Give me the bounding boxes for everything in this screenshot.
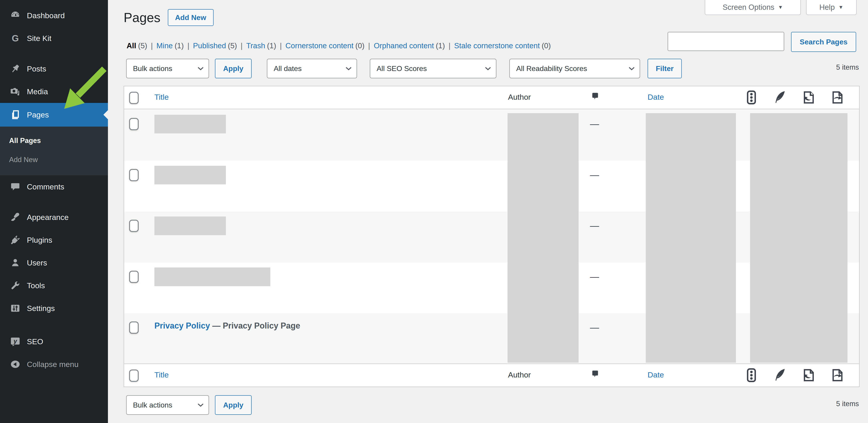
comments-icon [10, 182, 21, 192]
filter-all-link[interactable]: All [127, 41, 136, 50]
pin-icon [10, 64, 21, 74]
items-count: 5 items [836, 400, 859, 408]
seo-score-icon[interactable] [745, 368, 758, 382]
filter-mine-link[interactable]: Mine [156, 41, 173, 50]
bulk-actions-value: Bulk actions [133, 401, 173, 409]
sidebar-item-label: Collapse menu [27, 360, 79, 369]
readability-score-icon[interactable] [774, 90, 787, 104]
sidebar-item-appearance[interactable]: Appearance [0, 206, 108, 229]
sidebar-item-settings[interactable]: Settings [0, 297, 108, 320]
sidebar-item-label: Dashboard [27, 11, 65, 20]
sidebar-item-label: Settings [27, 304, 55, 313]
submenu-item-label: All Pages [9, 137, 41, 145]
pages-icon [10, 109, 21, 120]
appearance-icon [10, 212, 21, 222]
status-filter-links: All (5) Mine (1) Published (5) Trash (1)… [127, 41, 551, 50]
column-footer-title[interactable]: Title [154, 370, 169, 379]
filter-count: (5) [228, 41, 237, 50]
collapse-icon [10, 359, 21, 369]
sidebar-item-collapse-menu[interactable]: Collapse menu [0, 353, 108, 376]
row-checkbox[interactable] [129, 118, 139, 130]
sidebar-item-site-kit[interactable]: G Site Kit [0, 27, 108, 50]
sidebar-item-dashboard[interactable]: Dashboard [0, 4, 108, 27]
incoming-links-icon[interactable] [802, 368, 815, 382]
settings-icon [10, 303, 21, 314]
readability-scores-select[interactable]: All Readability Scores [509, 59, 640, 78]
filter-trash-link[interactable]: Trash [246, 41, 265, 50]
seo-score-icon[interactable] [745, 90, 758, 104]
sidebar-item-media[interactable]: Media [0, 80, 108, 103]
privacy-policy-link[interactable]: Privacy Policy [154, 321, 210, 330]
sidebar-item-label: Plugins [27, 236, 52, 245]
seo-scores-select[interactable]: All SEO Scores [370, 59, 496, 78]
filter-stale-cornerstone-link[interactable]: Stale cornerstone content [454, 41, 540, 50]
site-kit-icon: G [10, 33, 21, 43]
all-dates-select[interactable]: All dates [267, 59, 357, 78]
outgoing-links-icon[interactable] [831, 368, 844, 382]
readability-score-icon[interactable] [774, 368, 787, 382]
apply-button[interactable]: Apply [215, 59, 252, 78]
row-checkbox[interactable] [129, 322, 139, 334]
filter-published-link[interactable]: Published [193, 41, 226, 50]
page-title: Pages [124, 10, 160, 25]
users-icon [10, 258, 21, 268]
sidebar-item-label: Tools [27, 281, 45, 290]
apply-button-bottom[interactable]: Apply [215, 395, 252, 415]
submenu-item-all-pages[interactable]: All Pages [0, 131, 108, 150]
add-new-button[interactable]: Add New [168, 9, 214, 26]
title-redaction [154, 166, 226, 185]
chevron-down-icon [628, 66, 635, 71]
sidebar-item-label: Pages [27, 110, 49, 119]
bulk-actions-select-bottom[interactable]: Bulk actions [126, 395, 209, 415]
filter-cornerstone-link[interactable]: Cornerstone content [285, 41, 353, 50]
comment-bubble-icon[interactable] [590, 91, 600, 103]
readability-scores-value: All Readability Scores [516, 64, 587, 73]
sidebar-item-posts[interactable]: Posts [0, 57, 108, 80]
filter-item: Orphaned content (1) [365, 41, 445, 50]
help-button[interactable]: Help ▼ [806, 0, 857, 15]
comment-bubble-icon[interactable] [590, 369, 600, 381]
select-all-checkbox[interactable] [129, 369, 139, 382]
title-redaction [154, 217, 226, 235]
submenu-item-label: Add New [9, 156, 38, 164]
caret-down-icon: ▼ [778, 4, 783, 10]
submenu-item-add-new[interactable]: Add New [0, 150, 108, 169]
column-header-title[interactable]: Title [154, 93, 169, 101]
row-checkbox[interactable] [129, 271, 139, 283]
row-checkbox[interactable] [129, 220, 139, 232]
filter-button[interactable]: Filter [648, 59, 682, 78]
chevron-down-icon [197, 403, 204, 407]
incoming-links-icon[interactable] [802, 90, 815, 104]
search-pages-button[interactable]: Search Pages [791, 32, 856, 52]
screen-options-button[interactable]: Screen Options ▼ [705, 0, 801, 15]
sidebar-item-seo[interactable]: y SEO [0, 330, 108, 353]
filter-orphaned-link[interactable]: Orphaned content [374, 41, 434, 50]
table-rows: — — — — Privacy Policy — Privacy Polic [124, 110, 859, 364]
column-header-date[interactable]: Date [648, 93, 664, 101]
row-checkbox[interactable] [129, 169, 139, 181]
sidebar-item-comments[interactable]: Comments [0, 175, 108, 198]
sidebar-item-tools[interactable]: Tools [0, 274, 108, 297]
seo-columns-redaction [750, 113, 847, 363]
bulk-actions-select[interactable]: Bulk actions [126, 59, 209, 78]
help-label: Help [819, 3, 835, 11]
table-row: — [124, 262, 859, 314]
sidebar-item-pages[interactable]: Pages [0, 103, 108, 127]
sidebar-item-users[interactable]: Users [0, 251, 108, 274]
sidebar-item-plugins[interactable]: Plugins [0, 229, 108, 251]
sidebar-item-label: Users [27, 258, 47, 267]
select-all-checkbox[interactable] [129, 92, 139, 104]
column-footer-date[interactable]: Date [648, 370, 664, 379]
media-icon [10, 86, 21, 97]
table-row: — [124, 110, 859, 161]
table-row-privacy-policy: Privacy Policy — Privacy Policy Page — [124, 313, 859, 364]
outgoing-links-icon[interactable] [831, 90, 844, 104]
svg-text:y: y [13, 338, 18, 345]
search-input[interactable] [668, 32, 784, 51]
screen-options-label: Screen Options [722, 3, 774, 11]
column-footer-author: Author [508, 370, 531, 379]
filter-item: Trash (1) [237, 41, 276, 50]
column-header-author: Author [508, 93, 531, 101]
comments-value: — [590, 271, 599, 282]
tools-icon [10, 280, 21, 291]
